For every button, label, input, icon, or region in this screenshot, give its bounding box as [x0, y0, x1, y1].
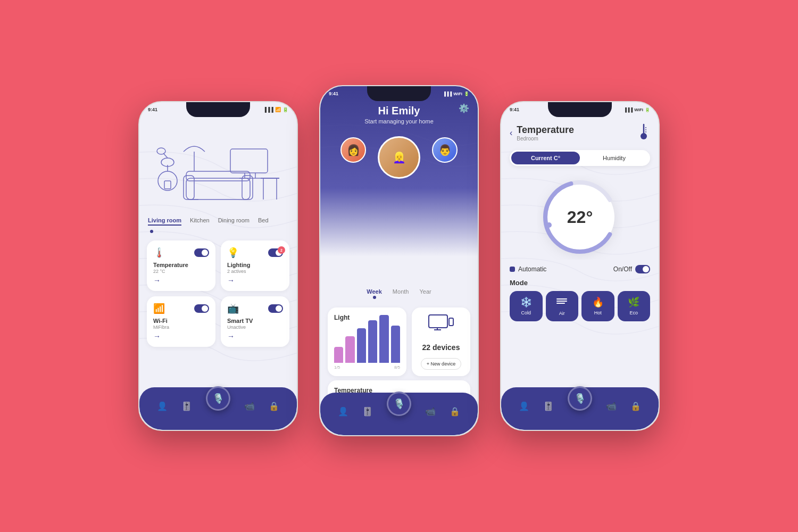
new-device-btn[interactable]: + New device	[421, 358, 461, 370]
tv-name: Smart TV	[227, 318, 283, 324]
phone2-header: ⚙️ Hi Emily Start managing your home 👩 👨…	[320, 86, 478, 256]
light-chart-card: Light 1/5 8/5	[328, 307, 406, 376]
camera-nav-icon-2[interactable]: 📹	[425, 406, 436, 417]
room-tabs: Living room Kitchen Dining room Bed	[139, 213, 297, 230]
cold-label: Cold	[521, 310, 531, 315]
tab-current-temp[interactable]: Current C°	[511, 152, 580, 164]
bottom-nav-1: 👤 🎚️ 🎙️ 📹 🔒	[139, 387, 297, 430]
wifi-name: Wi-Fi	[153, 318, 209, 324]
mode-title: Mode	[510, 279, 650, 287]
hot-icon: 🔥	[592, 296, 604, 308]
profile-large[interactable]: 👱‍♀️	[378, 136, 420, 179]
auto-label: Automatic	[510, 265, 546, 273]
tab-humidity[interactable]: Humidity	[580, 152, 649, 164]
svg-rect-12	[230, 149, 268, 173]
room-dining[interactable]: Dining room	[218, 217, 250, 226]
mode-section: Mode ❄️ Cold Air	[510, 279, 650, 321]
lighting-card: 💡 2 Lighting 2 actives →	[221, 240, 289, 291]
wifi-icon-2: WiFi	[453, 92, 462, 96]
tv-sub: Unactive	[227, 325, 283, 330]
mic-button-2[interactable]: 🎙️	[387, 392, 411, 416]
settings-nav-icon-3[interactable]: 🎚️	[543, 401, 554, 411]
mode-grid: ❄️ Cold Air 🔥	[510, 291, 650, 321]
bar-1	[334, 347, 343, 363]
lock-nav-icon-3[interactable]: 🔒	[630, 401, 641, 411]
bar-2	[345, 336, 354, 363]
back-header: ‹ Temperature Bedroom	[510, 122, 650, 144]
profile-nav-icon-1[interactable]: 👤	[157, 401, 168, 411]
bar-4	[368, 320, 377, 363]
time-2: 9:41	[329, 91, 338, 96]
title-group: Temperature Bedroom	[517, 124, 574, 142]
profile-small-2[interactable]: 👨	[432, 137, 458, 163]
tab-month[interactable]: Month	[393, 288, 409, 299]
temp-name: Temperature	[153, 262, 209, 268]
profile-small-1[interactable]: 👩	[340, 137, 366, 163]
settings-nav-icon-2[interactable]: 🎚️	[362, 406, 373, 417]
auto-text: Automatic	[518, 265, 546, 273]
battery-icon-2: 🔋	[464, 92, 469, 96]
camera-nav-icon-1[interactable]: 📹	[244, 401, 255, 411]
tab-week[interactable]: Week	[367, 288, 382, 299]
mic-button-3[interactable]: 🎙️	[568, 386, 592, 411]
mode-eco[interactable]: 🌿 Eco	[618, 291, 651, 321]
profile-photo-3: 👱‍♀️	[379, 138, 419, 177]
bar-chart	[334, 326, 400, 363]
status-bar-3: 9:41 ▐▐▐ WiFi 🔋	[510, 104, 650, 115]
tv-arrow[interactable]: →	[227, 332, 283, 340]
device-count-card: 22 devices + New device	[412, 307, 470, 376]
auto-row: Automatic On/Off	[510, 265, 650, 273]
battery-icon-3: 🔋	[645, 107, 650, 112]
tab-year[interactable]: Year	[419, 288, 431, 299]
room-kitchen[interactable]: Kitchen	[190, 217, 210, 226]
back-button[interactable]: ‹	[510, 128, 512, 138]
temp-icon-wrapper	[637, 122, 650, 144]
wifi-card-header: 📶	[153, 303, 209, 314]
room-bed[interactable]: Bed	[258, 217, 269, 226]
profile-nav-icon-2[interactable]: 👤	[338, 406, 348, 417]
p2-cards: Light 1/5 8/5	[320, 303, 478, 380]
temp-toggle[interactable]	[194, 248, 209, 257]
lock-nav-icon-1[interactable]: 🔒	[269, 401, 279, 411]
eco-label: Eco	[629, 310, 638, 315]
onoff-group: On/Off	[613, 265, 650, 273]
eco-icon: 🌿	[628, 296, 639, 308]
wifi-arrow[interactable]: →	[153, 332, 209, 340]
tv-card-header: 📺	[227, 303, 283, 314]
svg-point-25	[641, 133, 647, 139]
bottom-nav-3: 👤 🎚️ 🎙️ 📹 🔒	[501, 387, 659, 430]
light-arrow[interactable]: →	[227, 276, 283, 285]
mode-cold[interactable]: ❄️ Cold	[510, 291, 543, 321]
signal-icon-3: ▐▐▐	[624, 107, 633, 112]
tv-toggle[interactable]	[268, 304, 283, 313]
auto-dot	[510, 267, 515, 272]
onoff-toggle[interactable]	[635, 265, 650, 273]
temp-arrow[interactable]: →	[153, 276, 209, 285]
mode-hot[interactable]: 🔥 Hot	[581, 291, 614, 321]
active-room-dot	[150, 230, 153, 233]
room-living[interactable]: Living room	[148, 217, 181, 226]
light-name: Lighting	[227, 262, 283, 268]
mic-button-1[interactable]: 🎙️	[206, 386, 230, 411]
phone-2: 9:41 ▐▐▐ WiFi 🔋 ⚙️ Hi Emily Start managi…	[319, 85, 479, 436]
nav-dot-2	[397, 400, 401, 403]
temp-gauge: 22°	[510, 174, 650, 260]
bar-5	[379, 315, 388, 363]
status-icons-1: ▐▐▐ 📶 🔋	[263, 107, 288, 112]
settings-nav-icon-1[interactable]: 🎚️	[181, 401, 192, 411]
profile-photo-1: 👩	[342, 138, 365, 162]
chart-label-end: 8/5	[394, 365, 400, 370]
profile-nav-icon-3[interactable]: 👤	[519, 401, 529, 411]
temperature-card: 🌡️ Temperature 22 °C →	[147, 240, 215, 291]
camera-nav-icon-3[interactable]: 📹	[606, 401, 617, 411]
settings-icon[interactable]: ⚙️	[459, 103, 469, 113]
lock-nav-icon-2[interactable]: 🔒	[450, 406, 460, 417]
profiles: 👩 👨 👱‍♀️	[320, 131, 478, 163]
light-toggle-wrapper: 2	[268, 248, 283, 257]
wifi-card: 📶 Wi-Fi MiFibra →	[147, 296, 215, 347]
air-icon	[556, 296, 568, 309]
mode-air[interactable]: Air	[546, 291, 579, 321]
wifi-toggle[interactable]	[194, 304, 209, 313]
temp-card-header: 🌡️	[153, 247, 209, 259]
gauge-container: 22°	[537, 174, 622, 260]
